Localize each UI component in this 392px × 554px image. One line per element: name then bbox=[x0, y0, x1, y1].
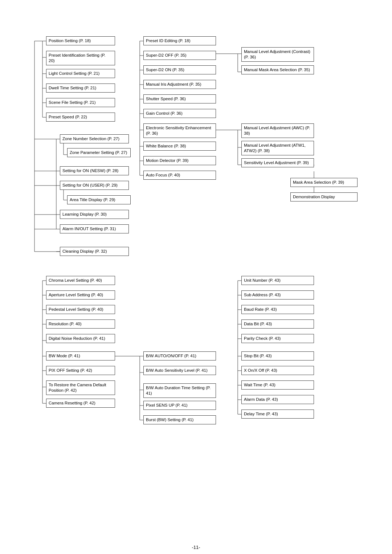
box-zone-number: Zone Number Selection (P. 27) bbox=[60, 134, 129, 143]
box-preset-id-setting: Preset Identification Setting (P. 20) bbox=[46, 51, 115, 65]
diagram: Position Setting (P. 18) Preset Identifi… bbox=[7, 15, 385, 537]
box-x-on-x-off: X On/X Off (P. 43) bbox=[241, 366, 314, 375]
box-manual-iris: Manual Iris Adjustment (P. 35) bbox=[143, 80, 216, 89]
box-bw-auto-duration: B/W Auto Duration Time Setting (P. 41) bbox=[143, 383, 216, 398]
box-burst-bw: Burst (BW) Setting (P. 41) bbox=[143, 415, 216, 424]
box-preset-speed: Preset Speed (P. 22) bbox=[46, 113, 115, 122]
box-stop-bit: Stop Bit (P. 43) bbox=[241, 351, 314, 360]
box-sub-address: Sub Address (P. 43) bbox=[241, 290, 314, 300]
box-white-balance: White Balance (P. 38) bbox=[143, 142, 216, 151]
box-electronic-sensitivity: Electronic Sensitivity Enhancement (P. 3… bbox=[143, 123, 216, 138]
box-alarm-data: Alarm Data (P. 43) bbox=[241, 395, 314, 404]
box-learning-display: Learning Display (P. 30) bbox=[60, 210, 129, 219]
box-data-bit: Data Bit (P. 43) bbox=[241, 319, 314, 329]
box-delay-time: Delay Time (P. 43) bbox=[241, 410, 314, 419]
box-manual-mask-area: Manual Mask Area Selection (P. 35) bbox=[241, 65, 314, 74]
box-super-d2-off: Super-D2 OFF (P. 35) bbox=[143, 51, 216, 60]
page: Position Setting (P. 18) Preset Identifi… bbox=[0, 0, 392, 554]
box-resolution: Resolution (P. 40) bbox=[46, 319, 115, 329]
box-pixel-sens-up: Pixel SENS UP (P. 41) bbox=[143, 401, 216, 410]
box-zone-parameter: Zone Parameter Setting (P. 27) bbox=[67, 148, 131, 157]
box-manual-level-atw: Manual Level Adjustment (ATW1, ATW2) (P.… bbox=[241, 141, 314, 155]
box-unit-number: Unit Number (P. 43) bbox=[241, 276, 314, 285]
box-light-control: Light Control Setting (P. 21) bbox=[46, 69, 115, 78]
page-number: -11- bbox=[7, 545, 385, 550]
box-chroma-level: Chroma Level Setting (P. 40) bbox=[46, 276, 115, 285]
box-pix-off: PIX OFF Setting (P. 42) bbox=[46, 366, 115, 375]
box-motion-detector: Motion Detector (P. 39) bbox=[143, 156, 216, 165]
box-alarm-in-out: Alarm IN/OUT Setting (P. 31) bbox=[60, 224, 129, 233]
box-bw-auto-sensitivity: B/W Auto Sensitivity Level (P. 41) bbox=[143, 366, 216, 375]
box-mask-area-selection: Mask Area Selection (P. 39) bbox=[290, 178, 358, 187]
box-digital-noise: Digital Noise Reduction (P. 41) bbox=[46, 334, 115, 343]
box-setting-on-user: Setting for ON (USER) (P. 29) bbox=[60, 181, 129, 190]
box-aperture-level: Aperture Level Setting (P. 40) bbox=[46, 290, 115, 300]
box-camera-resetting: Camera Resetting (P. 42) bbox=[46, 399, 115, 408]
box-sensitivity-level: Sensitivity Level Adjustment (P. 39) bbox=[241, 158, 314, 167]
box-bw-auto-on-off: B/W AUTO/ON/OFF (P. 41) bbox=[143, 351, 216, 360]
box-shutter-speed: Shutter Speed (P. 36) bbox=[143, 94, 216, 103]
box-scene-file: Scene File Setting (P. 21) bbox=[46, 98, 115, 107]
box-dwell-time: Dwell Time Setting (P. 21) bbox=[46, 83, 115, 93]
box-setting-on-nesw: Setting for ON (NESW) (P. 28) bbox=[60, 166, 129, 175]
box-manual-level-awc: Manual Level Adjustment (AWC) (P. 38) bbox=[241, 123, 314, 138]
box-area-title-display: Area Title Display (P. 29) bbox=[67, 195, 131, 204]
box-cleaning-display: Cleaning Display (P. 32) bbox=[60, 247, 129, 256]
box-manual-level-contrast: Manual Level Adjustment (Contrast) (P. 3… bbox=[241, 47, 314, 62]
box-wait-time: Wait Time (P. 43) bbox=[241, 380, 314, 390]
box-restore-camera: To Restore the Camera Default Position (… bbox=[46, 380, 115, 395]
box-gain-control: Gain Control (P. 36) bbox=[143, 109, 216, 118]
box-preset-id-editing: Preset ID Editing (P. 18) bbox=[143, 36, 216, 45]
box-position-setting: Position Setting (P. 18) bbox=[46, 36, 115, 45]
box-pedestal-level: Pedestal Level Setting (P. 40) bbox=[46, 305, 115, 314]
box-super-d2-on: Super-D2 ON (P. 35) bbox=[143, 65, 216, 74]
box-auto-focus: Auto Focus (P. 40) bbox=[143, 171, 216, 180]
box-parity-check: Parity Check (P. 43) bbox=[241, 334, 314, 343]
box-baud-rate: Baud Rate (P. 43) bbox=[241, 305, 314, 314]
box-bw-mode: BW Mode (P. 41) bbox=[46, 351, 115, 360]
box-demonstration-display: Demonstration Display bbox=[290, 192, 358, 201]
